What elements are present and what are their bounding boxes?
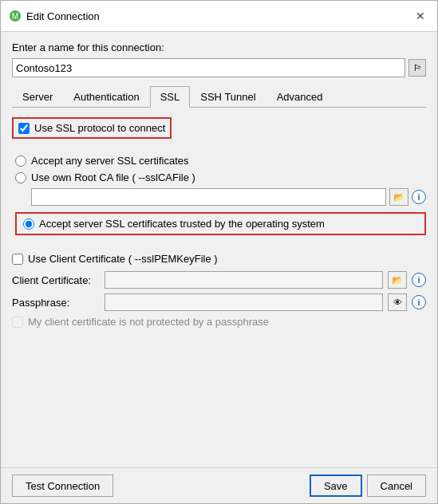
client-cert-label: Client Certificate: [12, 274, 100, 286]
footer-right: Save Cancel [310, 474, 426, 497]
tab-server[interactable]: Server [12, 86, 63, 108]
client-cert-browse-button[interactable]: 📂 [388, 271, 407, 289]
client-cert-section: Use Client Certificate ( --sslPEMKeyFile… [12, 253, 426, 328]
cancel-button[interactable]: Cancel [367, 474, 426, 497]
folder-icon-cert: 📂 [392, 275, 403, 285]
no-passphrase-row: My client certificate is not protected b… [12, 316, 426, 328]
edit-connection-dialog: M Edit Connection ✕ Enter a name for thi… [0, 0, 438, 504]
info-icon: i [417, 192, 420, 202]
connection-name-label: Enter a name for this connection: [12, 41, 426, 53]
accept-any-radio[interactable] [15, 156, 26, 167]
use-ssl-text: Use SSL protocol to connect [34, 122, 165, 134]
connection-name-row: 🏳 [12, 58, 426, 77]
passphrase-eye-button[interactable]: 👁 [388, 293, 407, 311]
tab-ssh-tunnel[interactable]: SSH Tunnel [190, 86, 266, 108]
app-icon: M [9, 10, 22, 22]
svg-text:M: M [12, 12, 18, 21]
use-own-ca-option: Use own Root CA file ( --sslCAFile ) [15, 171, 426, 183]
passphrase-label: Passphrase: [12, 297, 100, 309]
accept-any-option: Accept any server SSL certificates [15, 155, 426, 167]
use-client-cert-checkbox[interactable] [12, 254, 23, 265]
passphrase-row: Passphrase: 👁 i [12, 293, 426, 311]
client-cert-info-button[interactable]: i [412, 273, 426, 287]
footer: Test Connection Save Cancel [1, 467, 437, 503]
tab-authentication[interactable]: Authentication [63, 86, 149, 108]
use-ssl-outlined: Use SSL protocol to connect [12, 117, 172, 139]
tab-advanced[interactable]: Advanced [266, 86, 333, 108]
save-button[interactable]: Save [310, 474, 362, 497]
folder-icon: 📂 [393, 192, 404, 203]
ca-file-row: 📂 i [15, 188, 426, 206]
close-icon: ✕ [416, 10, 425, 22]
use-ssl-wrapper: Use SSL protocol to connect [12, 117, 426, 139]
flag-icon: 🏳 [413, 63, 422, 73]
info-icon-cert: i [417, 275, 420, 285]
client-cert-input[interactable] [105, 271, 383, 289]
no-passphrase-text: My client certificate is not protected b… [28, 316, 269, 328]
close-button[interactable]: ✕ [412, 7, 429, 25]
use-ssl-checkbox[interactable] [18, 123, 30, 134]
test-connection-button[interactable]: Test Connection [12, 474, 113, 497]
passphrase-info-button[interactable]: i [412, 295, 426, 309]
eye-icon: 👁 [393, 297, 402, 307]
use-client-cert-text: Use Client Certificate ( --sslPEMKeyFile… [28, 253, 218, 265]
tabs: Server Authentication SSL SSH Tunnel Adv… [12, 85, 426, 108]
info-icon-pass: i [417, 297, 420, 307]
title-bar: M Edit Connection ✕ [1, 1, 437, 32]
ca-file-browse-button[interactable]: 📂 [389, 188, 408, 206]
connection-name-input[interactable] [12, 58, 405, 77]
ca-file-info-button[interactable]: i [412, 190, 426, 204]
accept-os-text: Accept server SSL certificates trusted b… [39, 218, 325, 230]
tab-ssl[interactable]: SSL [150, 86, 191, 108]
ssl-content: Use SSL protocol to connect Accept any s… [12, 117, 426, 458]
no-passphrase-checkbox[interactable] [12, 317, 23, 328]
accept-os-option: Accept server SSL certificates trusted b… [23, 218, 325, 230]
use-own-ca-radio[interactable] [15, 172, 26, 183]
radio-options: Accept any server SSL certificates Use o… [12, 155, 426, 237]
flag-button[interactable]: 🏳 [408, 59, 426, 77]
client-cert-row: Client Certificate: 📂 i [12, 271, 426, 289]
accept-any-text: Accept any server SSL certificates [31, 155, 189, 167]
accept-os-outlined: Accept server SSL certificates trusted b… [15, 212, 426, 235]
title-bar-left: M Edit Connection [9, 10, 100, 22]
accept-os-radio[interactable] [23, 219, 34, 230]
dialog-title: Edit Connection [26, 10, 100, 22]
ca-file-input[interactable] [31, 188, 386, 206]
dialog-body: Enter a name for this connection: 🏳 Serv… [1, 32, 437, 467]
use-ssl-label: Use SSL protocol to connect [18, 122, 165, 134]
passphrase-input[interactable] [105, 293, 383, 311]
use-own-ca-text: Use own Root CA file ( --sslCAFile ) [31, 171, 195, 183]
use-client-cert-label: Use Client Certificate ( --sslPEMKeyFile… [12, 253, 426, 265]
